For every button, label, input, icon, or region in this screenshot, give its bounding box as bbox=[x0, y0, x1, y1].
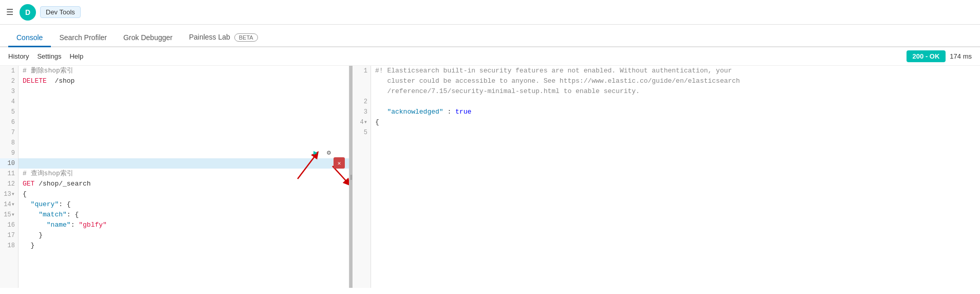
resp-line-2 bbox=[371, 97, 980, 107]
ln-15: 15▾ bbox=[0, 210, 18, 220]
ln-6: 6 bbox=[0, 117, 18, 127]
ln-17: 17 bbox=[0, 230, 18, 241]
tab-grok-debugger[interactable]: Grok Debugger bbox=[115, 29, 181, 47]
rln-1b bbox=[353, 76, 371, 86]
tab-console[interactable]: Console bbox=[8, 29, 51, 47]
ln-9: 9 bbox=[0, 148, 18, 158]
rln-4: 4▾ bbox=[353, 117, 371, 127]
code-line-9 bbox=[19, 148, 349, 158]
code-line-17: } bbox=[19, 230, 349, 241]
tab-search-profiler[interactable]: Search Profiler bbox=[51, 29, 115, 47]
code-line-18: } bbox=[19, 241, 349, 251]
tab-painless-lab[interactable]: Painless Lab BETA bbox=[181, 29, 266, 47]
resp-line-1b: cluster could be accessible to anyone. S… bbox=[371, 76, 980, 86]
ln-12: 12 bbox=[0, 179, 18, 189]
code-line-1: # 删除shop索引 bbox=[19, 66, 349, 76]
app-name-button[interactable]: Dev Tools bbox=[40, 6, 81, 18]
ln-3: 3 bbox=[0, 86, 18, 97]
ln-11: 11 bbox=[0, 169, 18, 179]
code-line-7 bbox=[19, 127, 349, 138]
code-line-6 bbox=[19, 117, 349, 127]
code-line-12: GET /shop/_search bbox=[19, 179, 349, 189]
code-line-11: # 查询shop索引 bbox=[19, 169, 349, 179]
code-line-13: { bbox=[19, 189, 349, 199]
ln-5: 5 bbox=[0, 107, 18, 117]
sub-nav: History Settings Help 200 - OK 174 ms bbox=[0, 47, 980, 66]
settings-button[interactable]: Settings bbox=[37, 50, 61, 62]
code-line-16: "name": "gblfy" bbox=[19, 220, 349, 230]
hamburger-icon[interactable]: ☰ bbox=[6, 7, 13, 17]
ln-8: 8 bbox=[0, 138, 18, 148]
ln-2: 2 bbox=[0, 76, 18, 86]
rln-1: 1 bbox=[353, 66, 371, 76]
code-line-2: DELETE /shop bbox=[19, 76, 349, 86]
code-line-10 bbox=[19, 158, 349, 169]
sub-nav-left: History Settings Help bbox=[8, 50, 83, 62]
run-button[interactable]: ▶ bbox=[310, 147, 321, 158]
close-button[interactable]: ✕ bbox=[334, 157, 345, 169]
resp-line-3: "acknowledged" : true bbox=[371, 107, 980, 117]
history-button[interactable]: History bbox=[8, 50, 29, 62]
ln-10: 10 bbox=[0, 158, 18, 169]
code-line-3 bbox=[19, 86, 349, 97]
response-line-numbers: 1 2 3 4▾ 5 bbox=[353, 66, 371, 288]
close-button-area: ✕ bbox=[334, 157, 345, 169]
resp-line-5 bbox=[371, 127, 980, 138]
time-badge: 174 ms bbox=[950, 52, 972, 60]
rln-2: 2 bbox=[353, 97, 371, 107]
resp-line-1c: /reference/7.15/security-minimal-setup.h… bbox=[371, 86, 980, 97]
resp-line-4: { bbox=[371, 117, 980, 127]
line-numbers: 1 2 3 4 5 6 7 8 9 10 11 12 13▾ 14▾ 15▾ 1… bbox=[0, 66, 19, 288]
status-badge: 200 - OK bbox=[907, 50, 946, 62]
gutter-actions: ▶ ⚙ bbox=[310, 147, 335, 158]
beta-badge: BETA bbox=[234, 33, 258, 42]
ln-13: 13▾ bbox=[0, 189, 18, 199]
response-code: #! Elasticsearch built-in security featu… bbox=[371, 66, 980, 288]
ln-14: 14▾ bbox=[0, 199, 18, 210]
response-pane: 1 2 3 4▾ 5 #! Elasticsearch built-in sec… bbox=[353, 66, 980, 288]
status-area: 200 - OK 174 ms bbox=[907, 50, 972, 62]
avatar: D bbox=[20, 4, 36, 21]
wrench-button[interactable]: ⚙ bbox=[323, 147, 335, 158]
code-line-15: "match": { bbox=[19, 210, 349, 220]
main-content: 1 2 3 4 5 6 7 8 9 10 11 12 13▾ 14▾ 15▾ 1… bbox=[0, 66, 980, 288]
ln-4: 4 bbox=[0, 97, 18, 107]
top-bar: ☰ D Dev Tools bbox=[0, 0, 980, 25]
ln-18: 18 bbox=[0, 241, 18, 251]
ln-1: 1 bbox=[0, 66, 18, 76]
rln-5: 5 bbox=[353, 127, 371, 138]
help-button[interactable]: Help bbox=[69, 50, 83, 62]
resp-line-1: #! Elasticsearch built-in security featu… bbox=[371, 66, 980, 76]
ln-7: 7 bbox=[0, 127, 18, 138]
ln-16: 16 bbox=[0, 220, 18, 230]
code-line-14: "query": { bbox=[19, 199, 349, 210]
code-editor[interactable]: # 删除shop索引 DELETE /shop # 查询shop索引 GET /… bbox=[19, 66, 349, 288]
code-line-4 bbox=[19, 97, 349, 107]
editor-pane[interactable]: 1 2 3 4 5 6 7 8 9 10 11 12 13▾ 14▾ 15▾ 1… bbox=[0, 66, 349, 288]
code-line-8 bbox=[19, 138, 349, 148]
nav-tabs: Console Search Profiler Grok Debugger Pa… bbox=[0, 25, 980, 47]
rln-3: 3 bbox=[353, 107, 371, 117]
rln-1c bbox=[353, 86, 371, 97]
code-line-5 bbox=[19, 107, 349, 117]
